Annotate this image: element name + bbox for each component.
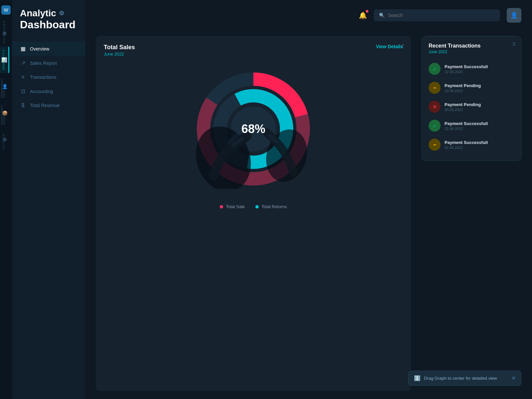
expand-icon[interactable]: ⤢ (400, 43, 404, 49)
chart-subtitle: June 2022 (104, 52, 135, 57)
nav-menu: ▦ Overview ↗ Sales Report ≡ Transactions… (12, 42, 85, 112)
legend-dot-returns (255, 205, 259, 208)
transaction-item-2: ••• Payment Pending 20.06.2022 (429, 78, 514, 97)
settings-icon[interactable]: ⚙ (59, 10, 64, 17)
nav-item-total-revenue[interactable]: $ Total Revenue (12, 98, 85, 112)
tx-date-4: 22.06.2022 (445, 127, 514, 131)
chart-title-area: Total Sales June 2022 (104, 44, 135, 57)
transaction-item-1: ✓ Payment Successfull 22.06.2022 (429, 60, 514, 78)
legend-label-returns: Total Returns (261, 204, 287, 209)
search-box: 🔍 (374, 9, 500, 21)
header-right: 🔔 🔍 👤 (359, 8, 521, 23)
sidebar-item-setting[interactable]: ⚙ Setting (0, 126, 9, 153)
tx-icon-3: ✕ (429, 101, 441, 113)
transactions-title: Recent Transactions (429, 43, 514, 49)
chart-header: Total Sales June 2022 View Details (104, 44, 403, 57)
transactions-month: June 2022 (429, 50, 514, 54)
content-area: Total Sales June 2022 View Details ⤢ (96, 36, 521, 391)
nav-item-accounting-label: Accounting (30, 89, 53, 94)
legend-item-returns: Total Returns (255, 204, 287, 209)
main-content: 🔔 🔍 👤 Total Sales June 2022 Vie (85, 0, 532, 399)
tx-name-4: Payment Successfull (445, 121, 514, 126)
drag-notice-icon: ℹ️ (414, 375, 421, 381)
tx-date-5: 22.06.2022 (445, 146, 514, 150)
tx-icon-1: ✓ (429, 63, 441, 75)
sidebar-item-product-management[interactable]: 📦 Product Management (0, 100, 9, 126)
tx-info-2: Payment Pending 20.06.2022 (445, 83, 514, 93)
accounting-icon: ⊡ (20, 88, 26, 94)
nav-item-accounting[interactable]: ⊡ Accounting (12, 84, 85, 98)
transactions-header: Recent Transactions June 2022 (429, 43, 514, 54)
tx-icon-5: ••• (429, 139, 441, 151)
nav-item-sales-report[interactable]: ↗ Sales Report (12, 56, 85, 70)
sidebar-item-analytics[interactable]: 📊 Analytics (0, 47, 9, 73)
transactions-icon: ≡ (20, 74, 26, 80)
nav-item-transactions[interactable]: ≡ Transactions (12, 70, 85, 84)
chart-title: Total Sales (104, 44, 135, 51)
notification-badge (366, 10, 368, 13)
avatar-initials: 👤 (510, 12, 518, 19)
donut-chart: 68% (194, 69, 313, 189)
left-content: Total Sales June 2022 View Details ⤢ (96, 36, 411, 391)
nav-item-overview[interactable]: ▦ Overview (12, 42, 85, 56)
drag-notice-text: Drag Graph to center for detailed view (424, 376, 497, 381)
sidebar-item-user-management[interactable]: 👤 User Management (0, 73, 9, 100)
donut-center: 68% (241, 122, 265, 136)
nav-item-overview-label: Overview (30, 46, 49, 52)
sidebar-item-dashboard[interactable]: ⊞ Dashboard (0, 20, 9, 47)
tx-name-5: Payment Successfull (445, 140, 514, 145)
tx-info-1: Payment Successfull 22.06.2022 (445, 64, 514, 74)
search-input[interactable] (388, 13, 495, 18)
sidebar: Analytic ⚙ Dashboard ▦ Overview ↗ Sales … (12, 0, 85, 399)
chart-card: Total Sales June 2022 View Details ⤢ (96, 36, 411, 391)
tx-name-3: Payment Pending (445, 102, 514, 107)
grid-icon[interactable]: ⠿ (512, 42, 516, 47)
tx-date-2: 20.06.2022 (445, 89, 514, 93)
donut-percent: 68% (241, 122, 265, 136)
overview-icon: ▦ (20, 46, 26, 52)
chart-visual: 68% (104, 59, 403, 199)
sales-report-icon: ↗ (20, 60, 26, 66)
nav-item-total-revenue-label: Total Revenue (30, 103, 60, 108)
avatar[interactable]: 👤 (507, 8, 521, 23)
tx-date-1: 22.06.2022 (445, 70, 514, 74)
tx-name-2: Payment Pending (445, 83, 514, 88)
view-details-button[interactable]: View Details (376, 44, 403, 49)
transaction-item-3: ✕ Payment Pending 20.06.2022 (429, 97, 514, 116)
legend-item-sale: Total Sale (220, 204, 245, 209)
sidebar-title-analytic: Analytic ⚙ (20, 8, 77, 19)
sidebar-title-dashboard: Dashboard (20, 19, 77, 31)
tx-date-3: 20.06.2022 (445, 108, 514, 112)
transaction-item-5: ••• Payment Successfull 22.06.2022 (429, 135, 514, 154)
app-logo[interactable]: W (1, 5, 11, 15)
transaction-item-4: ✓ Payment Successfull 22.06.2022 (429, 116, 514, 135)
legend-dot-sale (220, 205, 223, 208)
tx-info-5: Payment Successfull 22.06.2022 (445, 140, 514, 150)
tx-icon-4: ✓ (429, 120, 441, 132)
drag-notice-close-button[interactable]: ✕ (511, 375, 516, 381)
legend-label-sale: Total Sale (226, 204, 245, 209)
icon-bar: W ⊞ Dashboard 📊 Analytics 👤 User Managem… (0, 0, 12, 399)
notification-button[interactable]: 🔔 (359, 11, 367, 19)
search-icon: 🔍 (379, 13, 385, 18)
tx-icon-2: ••• (429, 82, 441, 94)
chart-legend: Total Sale Total Returns (104, 204, 403, 209)
sidebar-title-area: Analytic ⚙ Dashboard (12, 8, 85, 42)
revenue-icon: $ (20, 102, 26, 108)
tx-info-3: Payment Pending 20.06.2022 (445, 102, 514, 112)
transactions-card: ⠿ Recent Transactions June 2022 ✓ Paymen… (422, 36, 521, 161)
nav-item-transactions-label: Transactions (30, 74, 57, 80)
tx-name-1: Payment Successfull (445, 64, 514, 69)
right-panel: ⠿ Recent Transactions June 2022 ✓ Paymen… (422, 36, 521, 391)
tx-info-4: Payment Successfull 22.06.2022 (445, 121, 514, 131)
nav-item-sales-report-label: Sales Report (30, 61, 57, 66)
analytic-text: Analytic (20, 8, 56, 19)
header: 🔔 🔍 👤 (96, 8, 521, 23)
drag-notice: ℹ️ Drag Graph to center for detailed vie… (408, 371, 521, 386)
